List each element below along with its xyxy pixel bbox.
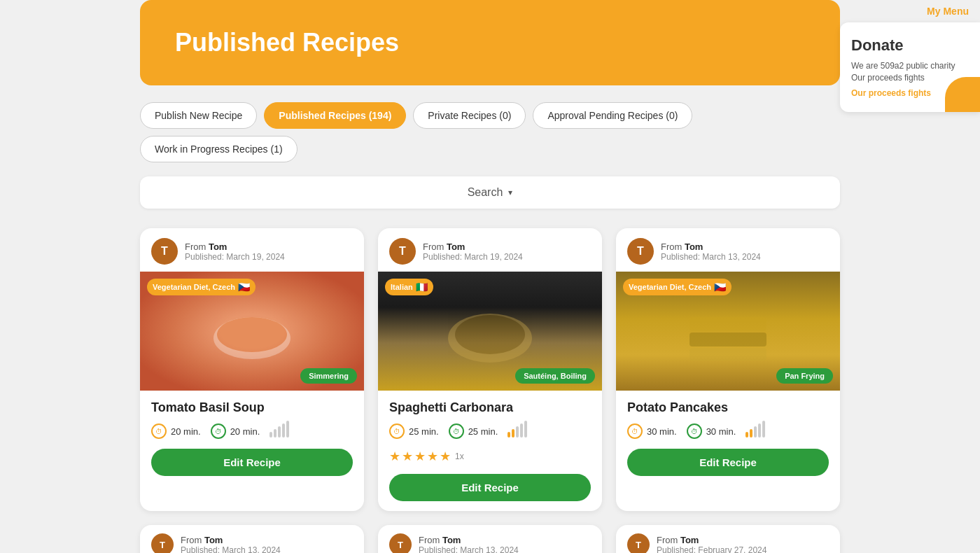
- donate-card: Donate We are 509a2 public charity Our p…: [840, 22, 980, 112]
- cook-time-value: 20 min.: [230, 426, 260, 437]
- recipe-card-stub-1: T From Tom Published: March 13, 2024: [140, 525, 364, 553]
- recipe-card-stub-2: T From Tom Published: March 13, 2024: [378, 525, 602, 553]
- svg-rect-5: [690, 332, 766, 346]
- diet-badge: Vegetarian Diet, Czech 🇨🇿: [623, 279, 732, 295]
- tab-work-in-progress[interactable]: Work in Progress Recipes (1): [140, 136, 298, 162]
- cook-time: ⏱ 25 min.: [449, 424, 498, 439]
- recipe-image: Italian 🇮🇹 Sautéing, Boiling: [378, 272, 602, 391]
- bar-5: [524, 421, 527, 438]
- tab-published[interactable]: Published Recipes (194): [264, 102, 406, 129]
- published-date: Published: March 19, 2024: [423, 252, 523, 262]
- bar-5: [762, 421, 765, 438]
- avatar: T: [151, 238, 178, 265]
- recipe-card-body: Tomato Basil Soup ⏱ 20 min. ⏱ 20 min.: [140, 391, 364, 486]
- bar-4: [758, 424, 761, 438]
- recipe-stats: ⏱ 25 min. ⏱ 25 min.: [389, 424, 591, 439]
- recipe-stats: ⏱ 30 min. ⏱ 30 min.: [627, 424, 829, 439]
- recipe-card-header: T From Tom Published: March 19, 2024: [378, 228, 602, 272]
- from-label: From Tom: [657, 535, 766, 545]
- prep-time: ⏱ 20 min.: [151, 424, 201, 439]
- tab-private[interactable]: Private Recipes (0): [413, 102, 526, 129]
- bar-2: [274, 429, 276, 438]
- author-name: Tom: [685, 241, 703, 252]
- edit-recipe-button[interactable]: Edit Recipe: [389, 474, 591, 501]
- clock-icon: ⏱: [151, 424, 167, 439]
- donate-title: Donate: [851, 36, 969, 55]
- search-bar[interactable]: Search ▾: [140, 176, 840, 209]
- edit-recipe-button[interactable]: Edit Recipe: [627, 449, 829, 476]
- cook-clock-icon: ⏱: [211, 424, 226, 439]
- published-date: Published: March 13, 2024: [181, 545, 281, 554]
- cooking-method-badge: Sautéing, Boiling: [515, 368, 595, 384]
- cooking-method-badge: Simmering: [300, 368, 357, 384]
- bar-3: [278, 426, 281, 438]
- svg-rect-4: [690, 317, 766, 331]
- diet-label: Italian: [391, 283, 413, 291]
- recipe-meta: From Tom Published: March 19, 2024: [185, 241, 285, 262]
- recipe-stats: ⏱ 20 min. ⏱ 20 min.: [151, 424, 353, 439]
- author-name: Tom: [447, 241, 465, 252]
- diet-label: Vegetarian Diet, Czech: [153, 283, 235, 291]
- search-label: Search: [468, 186, 503, 199]
- prep-time-value: 30 min.: [647, 426, 677, 437]
- bar-5: [286, 421, 289, 438]
- recipe-card-header: T From Tom Published: March 13, 2024: [616, 228, 840, 272]
- difficulty-bars: [746, 425, 765, 438]
- tab-publish-new[interactable]: Publish New Recipe: [140, 102, 257, 129]
- diet-badge: Italian 🇮🇹: [385, 279, 433, 295]
- from-label: From Tom: [181, 535, 281, 545]
- cook-time: ⏱ 30 min.: [687, 424, 736, 439]
- published-date: Published: March 13, 2024: [419, 545, 519, 554]
- avatar: T: [389, 533, 412, 553]
- bar-3: [516, 426, 519, 438]
- bar-1: [270, 432, 272, 438]
- diet-label: Vegetarian Diet, Czech: [629, 283, 711, 291]
- from-label: From Tom: [661, 241, 761, 252]
- cook-time: ⏱ 20 min.: [211, 424, 260, 439]
- page-title: Published Recipes: [175, 28, 805, 57]
- svg-rect-6: [690, 348, 766, 360]
- recipe-title: Spaghetti Carbonara: [389, 400, 591, 415]
- cook-time-value: 25 min.: [468, 426, 498, 437]
- flag-icon: 🇮🇹: [416, 281, 428, 293]
- avatar: T: [627, 238, 654, 265]
- donate-highlight: Our proceeds fights: [851, 88, 969, 98]
- bar-2: [512, 429, 514, 438]
- bar-3: [754, 426, 757, 438]
- edit-recipe-button[interactable]: Edit Recipe: [151, 449, 353, 476]
- search-chevron-icon: ▾: [508, 188, 512, 197]
- recipe-meta: From Tom Published: March 19, 2024: [423, 241, 523, 262]
- cook-clock-icon: ⏱: [449, 424, 464, 439]
- published-date: Published: February 27, 2024: [657, 545, 766, 554]
- right-sidebar: My Menu Donate We are 509a2 public chari…: [840, 0, 980, 553]
- my-menu-link[interactable]: My Menu: [840, 0, 980, 22]
- from-label: From Tom: [185, 241, 285, 252]
- tab-approval-pending[interactable]: Approval Pending Recipes (0): [533, 102, 692, 129]
- cook-clock-icon: ⏱: [687, 424, 702, 439]
- recipe-card-potato-pancakes: T From Tom Published: March 13, 2024: [616, 228, 840, 511]
- star-1: ★: [389, 449, 400, 464]
- prep-time-value: 20 min.: [171, 426, 201, 437]
- difficulty-bars: [270, 425, 289, 438]
- author-name: Tom: [209, 241, 227, 252]
- tab-navigation: Publish New Recipe Published Recipes (19…: [140, 102, 840, 162]
- svg-point-3: [455, 315, 525, 354]
- bar-1: [507, 432, 510, 438]
- diet-badge: Vegetarian Diet, Czech 🇨🇿: [147, 279, 255, 295]
- flag-icon: 🇨🇿: [238, 281, 250, 293]
- bottom-cards: T From Tom Published: March 13, 2024 T F…: [140, 525, 840, 553]
- bar-2: [750, 429, 752, 438]
- prep-time: ⏱ 30 min.: [627, 424, 677, 439]
- prep-time: ⏱ 25 min.: [389, 424, 439, 439]
- recipe-title: Tomato Basil Soup: [151, 400, 353, 415]
- recipe-meta: From Tom Published: March 13, 2024: [661, 241, 761, 262]
- flag-icon: 🇨🇿: [714, 281, 726, 293]
- recipe-title: Potato Pancakes: [627, 400, 829, 415]
- from-label: From Tom: [419, 535, 519, 545]
- recipe-card-body: Spaghetti Carbonara ⏱ 25 min. ⏱ 25 min.: [378, 391, 602, 511]
- star-2: ★: [402, 449, 413, 464]
- ratings-wrap: ★ ★ ★ ★ ★ 1x: [389, 449, 591, 464]
- recipe-card-stub-3: T From Tom Published: February 27, 2024: [616, 525, 840, 553]
- clock-icon: ⏱: [627, 424, 643, 439]
- recipe-card-body: Potato Pancakes ⏱ 30 min. ⏱ 30 min.: [616, 391, 840, 486]
